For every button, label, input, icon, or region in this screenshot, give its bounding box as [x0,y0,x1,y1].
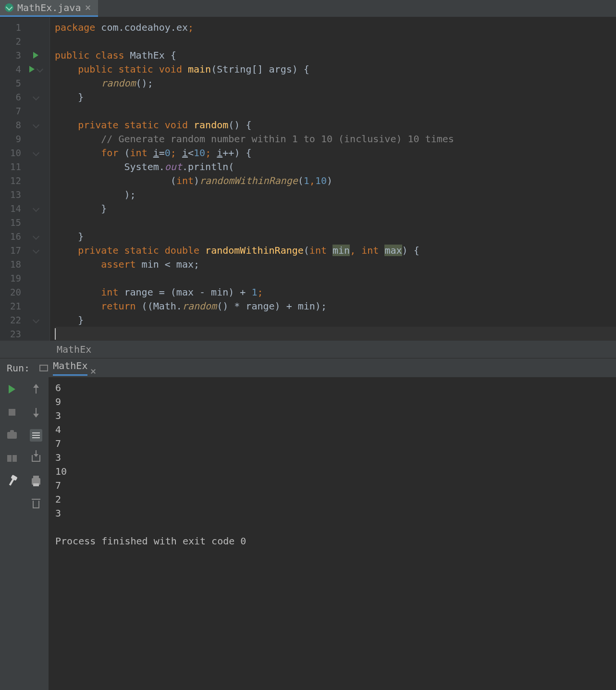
code-token: ) [194,175,199,186]
code-token: private [78,245,118,256]
scroll-to-end-button[interactable] [29,451,43,466]
fold-icon[interactable] [33,246,39,253]
code-token: ( [171,175,176,186]
code-token: int [130,147,148,159]
fold-icon[interactable] [33,149,39,156]
code-token: ( [298,175,304,186]
console-line: 3 [55,410,616,424]
line-number: 19 [0,273,24,283]
fold-icon[interactable] [36,65,43,72]
line-number: 11 [0,161,24,172]
console-output[interactable]: 6 9 3 4 7 3 10 7 2 3 Process finished wi… [48,377,616,690]
code-editor: 1 2 3 4 5 6 7 8 9 10 11 12 13 14 15 16 1… [0,17,616,341]
breadcrumb[interactable]: MathEx [0,341,616,358]
code-token: { [304,63,309,75]
code-token: i [217,147,222,159]
java-class-icon [5,3,13,12]
code-token: 0 [165,147,171,159]
fold-icon[interactable] [33,233,39,239]
console-line: 3 [55,507,616,521]
file-tab-label: MathEx.java [17,2,81,13]
run-toolwindow-header: Run: MathEx [0,358,616,377]
code-token: ((Math. [136,300,182,312]
code-token: ++ [222,147,234,159]
code-token: assert [101,259,136,270]
code-token: static [124,119,159,131]
code-token: } [78,231,84,242]
code-token: range = (max - min) + [118,286,251,298]
code-token: package [55,22,95,33]
code-token: 10 [315,175,327,186]
code-token: ); [124,189,136,200]
run-toolwindow: 6 9 3 4 7 3 10 7 2 3 Process finished wi… [0,377,616,690]
code-token: int [361,245,379,256]
pin-button[interactable] [5,474,19,489]
code-token: ) { [234,147,251,159]
soft-wrap-button[interactable] [29,428,43,443]
close-icon[interactable] [85,4,91,11]
console-line: 2 [55,493,616,507]
fold-icon[interactable] [33,205,39,211]
line-number: 5 [0,78,24,88]
line-number: 6 [0,92,24,102]
line-number: 4 [0,64,24,74]
fold-icon[interactable] [33,121,39,128]
breadcrumb-item[interactable]: MathEx [57,344,91,355]
code-token: class [95,49,124,61]
code-token: 10 [194,147,205,159]
run-gutter-icon[interactable] [33,52,38,59]
code-token: int [101,286,118,298]
line-number: 8 [0,120,24,130]
fold-icon[interactable] [33,93,39,100]
camera-icon [7,432,17,439]
console-line: 10 [55,466,616,480]
code-token: ) { [402,245,419,256]
code-token: return [101,300,136,312]
line-number: 20 [0,287,24,297]
run-config-icon [39,365,48,371]
code-token: 1 [304,175,309,186]
console-line: 9 [55,396,616,410]
code-token: min < max; [136,259,199,270]
line-number: 17 [0,245,24,256]
up-stacktrace-button[interactable] [29,382,43,396]
line-number: 23 [0,329,24,339]
layout-button[interactable] [5,451,19,466]
stop-button[interactable] [5,405,19,419]
console-line [55,521,616,535]
console-line: 3 [55,452,616,466]
code-token: () * range) + min); [217,300,327,312]
clear-all-button[interactable] [29,497,43,512]
line-number: 3 [0,50,24,61]
code-token: } [78,314,84,326]
line-number: 14 [0,203,24,214]
line-number: 21 [0,301,24,311]
code-token: i [182,147,188,159]
code-token: randomWithinRange [205,245,304,256]
line-number: 10 [0,148,24,158]
dump-threads-button[interactable] [5,428,19,443]
arrow-up-icon [36,385,37,394]
code-token: static [124,245,159,256]
code-token: for [101,147,118,159]
down-stacktrace-button[interactable] [29,405,43,419]
code-area[interactable]: package com.codeahoy.ex; public class Ma… [50,17,616,341]
print-button[interactable] [29,474,43,489]
line-number: 7 [0,106,24,116]
line-number: 2 [0,36,24,47]
fold-icon[interactable] [33,316,39,323]
code-token: (String[] args) [211,63,298,75]
line-number: 12 [0,175,24,186]
file-tab[interactable]: MathEx.java [0,0,98,17]
pin-icon [9,477,15,486]
code-token: private [78,119,118,131]
code-token: public [78,63,112,75]
code-token: static [118,63,153,75]
code-token: = [159,147,165,159]
run-gutter-icon[interactable] [29,66,35,73]
line-number: 13 [0,189,24,200]
code-token: random [194,119,228,131]
run-config-name[interactable]: MathEx [53,360,87,376]
code-token: int [176,175,194,186]
rerun-button[interactable] [5,382,19,396]
